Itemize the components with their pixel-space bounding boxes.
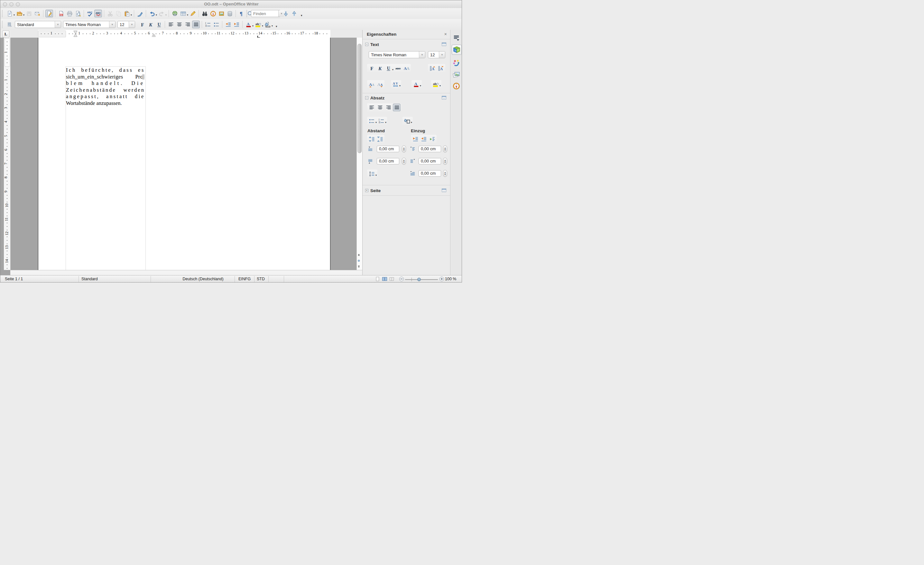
auto-spellcheck-button[interactable]: ABC — [94, 10, 102, 17]
chevron-down-icon[interactable]: ▼ — [129, 21, 135, 28]
sidebar-paragraph-background-button-dropdown[interactable]: ▾ — [411, 121, 412, 124]
sidebar-bullet-list-button[interactable] — [368, 117, 375, 125]
chevron-down-icon[interactable]: ▼ — [439, 51, 445, 58]
open-button-dropdown[interactable]: ▾ — [23, 14, 24, 16]
align-left-button[interactable] — [167, 21, 175, 28]
tab-properties[interactable] — [452, 45, 462, 55]
page-count-status[interactable]: Seite 1 / 1 — [5, 277, 23, 281]
document-text-line[interactable]: blem handelt. Die — [66, 80, 145, 87]
styles-panel-button[interactable] — [6, 21, 14, 28]
toolbar-grip[interactable] — [2, 21, 3, 28]
find-next-button[interactable] — [282, 10, 290, 17]
insert-mode-status[interactable]: EINFG — [238, 277, 250, 281]
hyperlink-button[interactable] — [171, 10, 178, 17]
zoom-slider-thumb[interactable] — [417, 278, 421, 281]
chevron-down-icon[interactable]: ▼ — [55, 21, 61, 28]
zoom-level-status[interactable]: 100 % — [445, 277, 456, 281]
sidebar-shrink-font-button[interactable]: AA — [376, 81, 384, 88]
sidebar-subscript-button[interactable]: A — [437, 64, 445, 72]
italic-button[interactable]: K — [147, 21, 154, 28]
document-text-line[interactable]: Zeichenabstände werden — [66, 87, 145, 94]
sidebar-increase-indent-button[interactable] — [411, 135, 419, 143]
document-text-line[interactable]: Wortabstände anzupassen. — [66, 100, 145, 107]
spacing-above-stepper[interactable]: ▲▼ — [402, 145, 406, 153]
find-replace-button[interactable] — [201, 10, 208, 17]
data-sources-button[interactable] — [226, 10, 234, 17]
toolbar-overflow-button[interactable]: ▾ — [276, 25, 278, 28]
sidebar-highlighting-button[interactable]: ab — [432, 81, 440, 88]
spacing-above-field[interactable]: 0,00 cm — [377, 146, 399, 152]
cut-button[interactable] — [106, 10, 114, 17]
sidebar-char-spacing-button[interactable]: AV — [392, 81, 399, 88]
window-zoom-button[interactable] — [16, 2, 20, 6]
new-document-button[interactable] — [6, 10, 14, 17]
sidebar-character-dialog-button[interactable]: AA — [402, 64, 410, 72]
window-minimize-button[interactable] — [9, 2, 14, 6]
vertical-scrollbar-thumb[interactable] — [357, 44, 362, 153]
tab-navigator[interactable] — [452, 81, 461, 91]
sidebar-font-color-button[interactable]: A — [412, 81, 420, 88]
document-text[interactable]: Ich befürchte, dass essich_um_ein_schwie… — [66, 67, 145, 106]
sidebar-paragraph-background-button[interactable] — [403, 117, 411, 125]
sidebar-align-right-button[interactable] — [384, 103, 392, 111]
sidebar-char-spacing-button-dropdown[interactable]: ▾ — [399, 85, 400, 87]
chevron-down-icon[interactable]: ▼ — [109, 21, 115, 28]
redo-button-dropdown[interactable]: ▾ — [165, 14, 166, 16]
highlighting-button-dropdown[interactable]: ▾ — [262, 25, 263, 27]
formatting-marks-button[interactable]: ¶ — [238, 10, 246, 17]
edit-file-button[interactable] — [45, 10, 53, 17]
insert-table-button-dropdown[interactable]: ▾ — [187, 14, 188, 16]
chevron-down-icon[interactable]: ▼ — [419, 51, 425, 58]
export-pdf-button[interactable]: PDF — [57, 10, 65, 17]
collapse-icon[interactable]: − — [365, 96, 368, 99]
sidebar-highlighting-button-dropdown[interactable]: ▾ — [440, 85, 441, 87]
toolbar-overflow-button[interactable]: ▾ — [301, 14, 302, 17]
right-indent-marker[interactable] — [152, 34, 156, 37]
language-status[interactable]: Deutsch (Deutschland) — [155, 277, 251, 281]
underline-button[interactable]: U — [155, 21, 163, 28]
bold-button[interactable]: F — [138, 21, 146, 28]
zoom-out-button[interactable] — [399, 276, 404, 282]
increase-paragraph-spacing-button[interactable] — [368, 135, 375, 143]
new-document-button-dropdown[interactable]: ▾ — [14, 14, 15, 16]
expand-icon[interactable]: + — [365, 189, 368, 192]
spacing-below-field[interactable]: 0,00 cm — [377, 158, 399, 165]
sidebar-close-button[interactable]: × — [444, 31, 447, 37]
dialog-launcher-icon[interactable] — [441, 42, 447, 47]
document-page[interactable]: Ich befürchte, dass essich_um_ein_schwie… — [38, 37, 330, 270]
open-button[interactable] — [15, 10, 23, 17]
first-line-indent-field[interactable]: 0,00 cm — [418, 170, 441, 177]
document-text-line[interactable]: angepasst, anstatt die — [66, 93, 145, 100]
font-color-button[interactable]: A — [244, 21, 252, 28]
navigator-button[interactable] — [209, 10, 217, 17]
align-right-button[interactable] — [184, 21, 191, 28]
find-previous-button[interactable] — [290, 10, 298, 17]
align-center-button[interactable] — [176, 21, 183, 28]
sidebar-align-center-button[interactable] — [376, 103, 384, 111]
sidebar-underline-button[interactable]: U — [384, 64, 392, 72]
spellcheck-button[interactable]: ABC — [86, 10, 94, 17]
sidebar-numbered-list-button[interactable]: III — [377, 117, 385, 125]
clone-formatting-button[interactable] — [136, 10, 144, 17]
line-spacing-button[interactable] — [368, 170, 375, 178]
sidebar-font-color-button-dropdown[interactable]: ▾ — [420, 85, 421, 87]
insert-table-button[interactable] — [179, 10, 187, 17]
page-style-status[interactable]: Standard — [81, 277, 98, 281]
dialog-launcher-icon[interactable] — [441, 96, 447, 100]
first-line-indent-stepper[interactable]: ▲▼ — [443, 170, 447, 177]
paste-button-dropdown[interactable]: ▾ — [130, 14, 132, 16]
draw-functions-button[interactable] — [189, 10, 196, 17]
font-size-combobox[interactable]: 12 ▼ — [117, 21, 135, 28]
font-color-button-dropdown[interactable]: ▾ — [252, 25, 254, 27]
book-view-button[interactable] — [389, 276, 394, 282]
sidebar-justify-button[interactable] — [393, 103, 400, 111]
tab-styles[interactable] — [452, 58, 461, 67]
sidebar-menu-button[interactable] — [452, 33, 461, 42]
page-section-header[interactable]: + Seite — [363, 187, 450, 195]
find-input[interactable] — [251, 10, 278, 17]
document-text-line[interactable]: sich_um_ein_schwieriges Pro- — [66, 74, 145, 81]
sidebar-font-size-combobox[interactable]: 12 ▼ — [428, 51, 445, 58]
document-text-line[interactable]: Ich befürchte, dass es — [66, 67, 145, 74]
indent-after-field[interactable]: 0,00 cm — [418, 158, 441, 165]
sidebar-superscript-button[interactable]: A — [429, 64, 436, 72]
